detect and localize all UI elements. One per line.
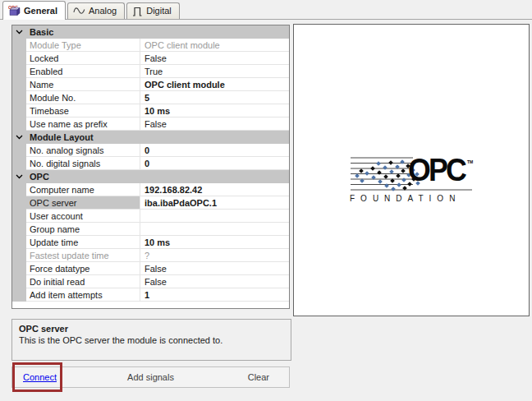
module-settings-window: OPC General Analog Digital xyxy=(0,0,532,401)
logo-foundation-text: FOUNDATION xyxy=(350,194,473,203)
row-margin xyxy=(12,223,26,236)
tab-analog[interactable]: Analog xyxy=(67,2,125,19)
property-label: Add item attempts xyxy=(26,288,140,302)
row-margin xyxy=(12,144,26,157)
property-row[interactable]: Computer name192.168.82.42 xyxy=(12,183,289,196)
row-margin xyxy=(12,104,26,118)
property-label: Fastest update time xyxy=(26,249,140,262)
property-value[interactable]: 0 xyxy=(140,157,289,170)
property-value[interactable] xyxy=(140,223,289,236)
property-label: Do initial read xyxy=(26,275,140,288)
row-margin xyxy=(12,275,26,288)
row-margin xyxy=(12,196,26,210)
square-wave-icon xyxy=(132,6,143,16)
property-label: User account xyxy=(26,210,140,223)
property-label: Module No. xyxy=(26,91,140,104)
property-row[interactable]: Use name as prefixFalse xyxy=(12,118,289,131)
property-value[interactable]: False xyxy=(140,262,289,275)
property-value[interactable]: False xyxy=(140,118,289,131)
property-grid-rows: BasicModule TypeOPC client moduleLockedF… xyxy=(12,25,289,302)
property-label: Use name as prefix xyxy=(26,118,140,131)
property-category-row[interactable]: Basic xyxy=(12,25,289,39)
property-label: Module Type xyxy=(26,39,140,52)
tab-general-label: General xyxy=(24,6,57,16)
property-row[interactable]: Module TypeOPC client module xyxy=(12,39,289,52)
property-label: Force datatype xyxy=(26,262,140,275)
property-value[interactable]: False xyxy=(140,52,289,65)
property-value[interactable]: True xyxy=(140,65,289,78)
property-row[interactable]: Group name xyxy=(12,223,289,236)
tab-strip: OPC General Analog Digital xyxy=(0,0,532,20)
property-row[interactable]: Module No.5 xyxy=(12,91,289,104)
property-label: OPC xyxy=(26,170,289,183)
property-row[interactable]: EnabledTrue xyxy=(12,65,289,78)
property-value[interactable]: 0 xyxy=(140,144,289,157)
property-value[interactable]: 1 xyxy=(140,288,289,302)
property-row[interactable]: Timebase10 ms xyxy=(12,104,289,118)
collapse-chevron-icon[interactable] xyxy=(12,131,26,144)
row-margin xyxy=(12,91,26,104)
property-row[interactable]: Force datatypeFalse xyxy=(12,262,289,275)
property-value[interactable]: 10 ms xyxy=(140,236,289,249)
property-row[interactable]: No. analog signals0 xyxy=(12,144,289,157)
opc-logo-panel: OPC TM FOUNDATION xyxy=(293,24,530,316)
property-label: No. analog signals xyxy=(26,144,140,157)
row-margin xyxy=(12,157,26,170)
property-row[interactable]: No. digital signals0 xyxy=(12,157,289,170)
row-margin xyxy=(12,65,26,78)
property-label: Timebase xyxy=(26,104,140,118)
property-row[interactable]: LockedFalse xyxy=(12,52,289,65)
property-row[interactable]: Do initial readFalse xyxy=(12,275,289,288)
property-label: No. digital signals xyxy=(26,157,140,170)
property-row[interactable]: Add item attempts1 xyxy=(12,288,289,302)
property-row[interactable]: Fastest update time? xyxy=(12,249,289,262)
property-row[interactable]: OPC serveriba.ibaPdaOPC.1 xyxy=(12,196,289,210)
connect-link[interactable]: Connect xyxy=(23,372,57,382)
property-label: Name xyxy=(26,78,140,91)
sine-wave-icon xyxy=(73,6,85,16)
property-value[interactable]: OPC client module xyxy=(140,78,289,91)
property-value[interactable]: False xyxy=(140,275,289,288)
description-text: This is the OPC server the module is con… xyxy=(19,334,284,346)
row-margin xyxy=(12,118,26,131)
property-value[interactable]: 5 xyxy=(140,91,289,104)
property-value[interactable]: 192.168.82.42 xyxy=(140,183,289,196)
property-value[interactable] xyxy=(140,210,289,223)
property-row[interactable]: Update time10 ms xyxy=(12,236,289,249)
row-margin xyxy=(12,183,26,196)
property-value[interactable]: 10 ms xyxy=(140,104,289,118)
tab-digital[interactable]: Digital xyxy=(126,2,180,19)
property-row[interactable]: NameOPC client module xyxy=(12,78,289,91)
property-label: Basic xyxy=(26,25,289,39)
opc-module-icon: OPC xyxy=(8,4,21,16)
tab-general[interactable]: OPC General xyxy=(2,1,66,20)
property-category-row[interactable]: OPC xyxy=(12,170,289,183)
logo-opc-text: OPC xyxy=(408,154,465,186)
property-value[interactable]: iba.ibaPdaOPC.1 xyxy=(140,196,289,210)
property-grid: BasicModule TypeOPC client moduleLockedF… xyxy=(11,25,290,309)
opc-foundation-logo: OPC TM FOUNDATION xyxy=(349,155,474,203)
collapse-chevron-icon[interactable] xyxy=(12,25,26,39)
clear-link[interactable]: Clear xyxy=(248,372,269,382)
collapse-chevron-icon[interactable] xyxy=(12,170,26,183)
row-margin xyxy=(12,210,26,223)
property-label: Enabled xyxy=(26,65,140,78)
tab-digital-label: Digital xyxy=(146,6,172,16)
property-category-row[interactable]: Module Layout xyxy=(12,131,289,144)
property-value[interactable]: OPC client module xyxy=(140,39,289,52)
row-margin xyxy=(12,78,26,91)
property-label: Locked xyxy=(26,52,140,65)
property-value[interactable]: ? xyxy=(140,249,289,262)
property-description-panel: OPC server This is the OPC server the mo… xyxy=(11,319,291,361)
tab-analog-label: Analog xyxy=(89,6,117,16)
row-margin xyxy=(12,262,26,275)
add-signals-link[interactable]: Add signals xyxy=(127,372,174,382)
property-label: Group name xyxy=(26,223,140,236)
property-label: Module Layout xyxy=(26,131,289,144)
property-row[interactable]: User account xyxy=(12,210,289,223)
logo-trademark: TM xyxy=(467,159,473,164)
row-margin xyxy=(12,236,26,249)
row-margin xyxy=(12,52,26,65)
property-label: OPC server xyxy=(26,196,140,210)
row-margin xyxy=(12,39,26,52)
